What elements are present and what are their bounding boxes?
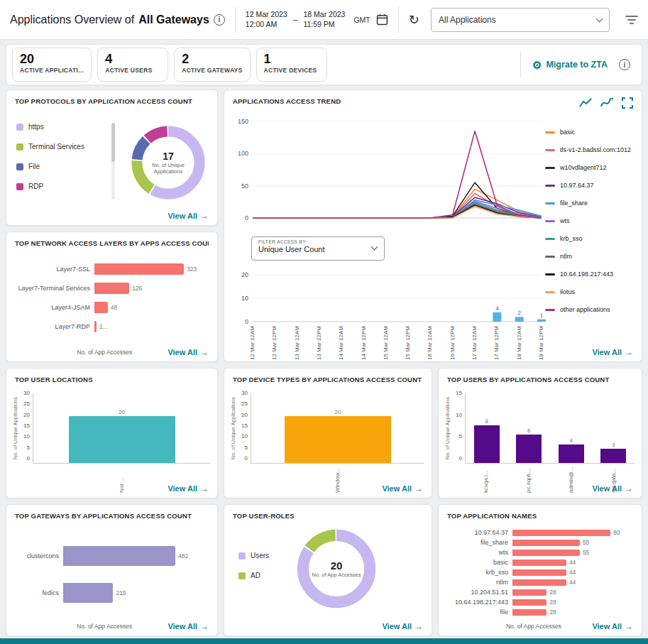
stat-active-users[interactable]: 4 ACTIVE USERS	[97, 48, 168, 82]
legend-item[interactable]: File	[16, 163, 84, 170]
legend-label: ntlm	[560, 253, 572, 260]
info-icon[interactable]: i	[214, 14, 225, 26]
legend-item[interactable]: Terminal Services	[16, 143, 84, 151]
access-count-bar-chart: 01020421	[231, 265, 547, 324]
legend-item[interactable]: file_share	[545, 200, 639, 207]
view-all-link[interactable]: View All→	[168, 484, 209, 493]
legend-item[interactable]: w10vdlagent712	[545, 164, 639, 171]
view-all-link[interactable]: View All→	[168, 347, 209, 357]
card-title: TOP NETWORK ACCESS LAYERS BY APPS ACCESS…	[15, 239, 209, 247]
view-all-link[interactable]: View All→	[168, 621, 209, 631]
bar[interactable]	[512, 609, 547, 616]
bar-category-label: Layer7-Terminal Services	[15, 285, 94, 292]
card-title: TOP DEVICE TYPES BY APPLICATIONS ACCESS …	[233, 376, 423, 383]
legend-swatch	[545, 149, 555, 151]
bar[interactable]	[94, 321, 97, 332]
bar[interactable]	[559, 444, 584, 463]
bar-category-label: file	[447, 608, 512, 616]
refresh-icon[interactable]: ↻	[409, 13, 419, 26]
bar-category-label: Layer7-RDP	[15, 323, 94, 330]
expand-icon[interactable]	[622, 97, 633, 109]
legend-item[interactable]: 10.97.64.37	[545, 182, 639, 189]
legend-swatch	[238, 572, 246, 579]
legend-swatch	[545, 202, 555, 204]
info-icon[interactable]: i	[619, 59, 630, 70]
bar[interactable]	[516, 435, 542, 463]
bar[interactable]	[493, 312, 501, 322]
migrate-to-zta-button[interactable]: ⚙ Migrate to ZTA	[532, 60, 608, 70]
bar[interactable]	[537, 320, 546, 322]
legend-item[interactable]: tls-v1-2.badssl.com:1012	[545, 146, 639, 153]
view-all-link[interactable]: View All→	[592, 621, 633, 631]
bar-value-label: 28	[549, 608, 556, 616]
line-chart-icon[interactable]	[579, 98, 592, 108]
legend-item[interactable]: https	[16, 123, 84, 131]
legend-label: ilotus	[560, 288, 575, 295]
bar[interactable]	[512, 599, 547, 606]
bar[interactable]	[512, 540, 580, 546]
bar[interactable]	[63, 546, 175, 566]
view-all-link[interactable]: View All→	[382, 484, 423, 493]
application-filter-select[interactable]: All Applications	[431, 8, 610, 32]
filter-access-by-select[interactable]: FILTER ACCESS BY Unique User Count	[251, 236, 385, 261]
bar[interactable]	[94, 283, 129, 294]
calendar-icon[interactable]	[376, 13, 388, 26]
dashboard-page: Applications Overview of All Gateways i …	[0, 0, 648, 644]
view-all-link[interactable]: View All→	[592, 484, 633, 493]
stat-active-devices[interactable]: 1 ACTIVE DEVICES	[256, 48, 327, 82]
bar[interactable]	[512, 569, 566, 576]
view-all-link[interactable]: View All→	[592, 347, 633, 357]
legend-swatch	[545, 256, 555, 258]
bar-row: Layer4-JSAM48	[15, 298, 210, 317]
legend-item[interactable]: ilotus	[545, 288, 639, 295]
scrollbar-thumb[interactable]	[111, 123, 115, 162]
card-title: TOP USER LOCATIONS	[15, 376, 209, 383]
stat-active-applications[interactable]: 20 ACTIVE APPLICATI...	[12, 48, 92, 82]
bar[interactable]	[69, 416, 175, 463]
bar[interactable]	[515, 317, 524, 322]
legend-swatch	[238, 552, 246, 560]
bar[interactable]	[512, 579, 566, 586]
timezone-label: GMT	[353, 16, 370, 24]
arrow-right-icon: →	[625, 347, 633, 357]
view-all-link[interactable]: View All→	[168, 211, 209, 221]
bar[interactable]	[600, 449, 626, 463]
donut-legend: UsersAD	[238, 552, 269, 591]
y-tick-label: 100	[238, 150, 248, 157]
legend-item[interactable]: AD	[238, 572, 269, 579]
legend-item[interactable]: wts	[545, 217, 639, 224]
spline-chart-icon[interactable]	[600, 98, 613, 108]
bar[interactable]	[94, 302, 108, 313]
bar[interactable]	[512, 560, 566, 566]
view-all-link[interactable]: View All→	[382, 621, 423, 631]
divider	[520, 52, 521, 77]
x-tick-label: 16 Mar 12PM	[449, 326, 456, 360]
legend-label: RDP	[28, 182, 43, 190]
legend-item[interactable]: RDP	[16, 182, 84, 190]
bar[interactable]	[512, 550, 580, 556]
legend-item[interactable]: krb_sso	[545, 235, 639, 242]
bar[interactable]	[512, 530, 610, 536]
bar-category-label: 10.64.198.217:443	[447, 599, 512, 606]
date-range-picker[interactable]: 12 Mar 2023 12:00 AM – 18 Mar 2023 11:59…	[246, 10, 388, 29]
legend-item[interactable]: ntlm	[545, 253, 639, 260]
bottom-accent-bar	[0, 638, 648, 644]
arrow-right-icon: →	[414, 484, 423, 493]
bar-row: Layer7-Terminal Services126	[15, 278, 210, 298]
legend-item[interactable]: other applications	[545, 306, 639, 313]
bar[interactable]	[474, 425, 500, 463]
filter-icon[interactable]	[625, 14, 638, 26]
legend-item[interactable]: basic	[545, 129, 639, 136]
legend-item[interactable]: 10.64.198.217:443	[545, 271, 639, 278]
legend-item[interactable]: Users	[238, 552, 269, 560]
bar[interactable]	[94, 263, 184, 275]
stat-active-gateways[interactable]: 2 ACTIVE GATEWAYS	[174, 48, 250, 82]
bar[interactable]	[512, 589, 547, 596]
bar-row: clustercons482	[15, 537, 210, 574]
trend-line[interactable]	[253, 189, 542, 218]
y-tick-label: 150	[238, 118, 248, 125]
bar[interactable]	[63, 583, 113, 603]
date-from: 12 Mar 2023 12:00 AM	[246, 10, 287, 29]
bar[interactable]	[285, 416, 391, 463]
stats-bar: 20 ACTIVE APPLICATI... 4 ACTIVE USERS 2 …	[6, 44, 642, 85]
